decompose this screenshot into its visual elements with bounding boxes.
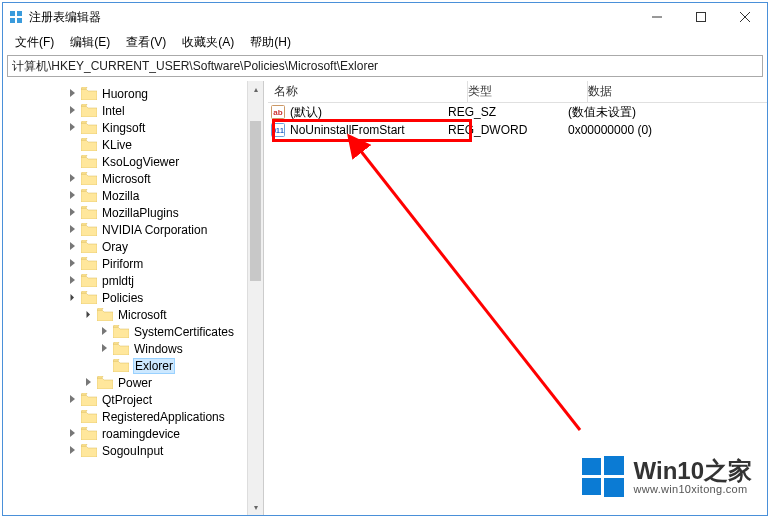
- close-button[interactable]: [723, 3, 767, 31]
- tree-item-label: Mozilla: [101, 189, 140, 203]
- tree-item-label: MozillaPlugins: [101, 206, 180, 220]
- tree-item[interactable]: SystemCertificates: [3, 323, 263, 340]
- titlebar[interactable]: 注册表编辑器: [3, 3, 767, 31]
- expand-icon[interactable]: [67, 445, 79, 457]
- tree-item[interactable]: Huorong: [3, 85, 263, 102]
- folder-icon: [81, 427, 97, 440]
- expand-icon[interactable]: [67, 224, 79, 236]
- window-controls: [635, 3, 767, 31]
- tree-item[interactable]: QtProject: [3, 391, 263, 408]
- folder-icon: [81, 274, 97, 287]
- watermark: Win10之家 www.win10xitong.com: [580, 454, 752, 500]
- tree-item[interactable]: Exlorer: [3, 357, 263, 374]
- tree-item-label: RegisteredApplications: [101, 410, 226, 424]
- scrollbar-vertical[interactable]: ▴ ▾: [247, 81, 263, 515]
- tree-item-label: NVIDIA Corporation: [101, 223, 208, 237]
- expand-icon[interactable]: [67, 122, 79, 134]
- tree-item[interactable]: KLive: [3, 136, 263, 153]
- svg-rect-0: [10, 11, 15, 16]
- expand-icon[interactable]: [67, 207, 79, 219]
- tree-item[interactable]: KsoLogViewer: [3, 153, 263, 170]
- expand-icon[interactable]: [99, 326, 111, 338]
- tree-item[interactable]: Kingsoft: [3, 119, 263, 136]
- values-panel[interactable]: 名称 类型 数据 ab(默认)REG_SZ(数值未设置)011NoUninsta…: [268, 81, 767, 515]
- tree-item-label: Policies: [101, 291, 144, 305]
- collapse-icon[interactable]: [83, 309, 95, 321]
- value-row[interactable]: ab(默认)REG_SZ(数值未设置): [268, 103, 767, 121]
- scroll-down-button[interactable]: ▾: [248, 499, 263, 515]
- folder-icon: [81, 189, 97, 202]
- window-frame: 注册表编辑器 文件(F) 编辑(E) 查看(V) 收藏夹(A) 帮助(H) 计算…: [2, 2, 768, 516]
- expand-icon[interactable]: [67, 190, 79, 202]
- minimize-button[interactable]: [635, 3, 679, 31]
- tree-item[interactable]: Oray: [3, 238, 263, 255]
- tree-item[interactable]: Power: [3, 374, 263, 391]
- folder-icon: [81, 172, 97, 185]
- tree-item-label: pmldtj: [101, 274, 135, 288]
- tree-item[interactable]: Mozilla: [3, 187, 263, 204]
- tree-item[interactable]: Microsoft: [3, 306, 263, 323]
- folder-icon: [81, 206, 97, 219]
- tree-item[interactable]: pmldtj: [3, 272, 263, 289]
- svg-rect-14: [604, 456, 624, 475]
- menu-favorites[interactable]: 收藏夹(A): [176, 32, 240, 53]
- tree-item[interactable]: Microsoft: [3, 170, 263, 187]
- expand-icon[interactable]: [99, 343, 111, 355]
- expand-icon[interactable]: [67, 258, 79, 270]
- reg-string-icon: ab: [270, 105, 286, 119]
- tree-item-label: Intel: [101, 104, 126, 118]
- folder-icon: [113, 342, 129, 355]
- tree-item[interactable]: roamingdevice: [3, 425, 263, 442]
- tree-item[interactable]: NVIDIA Corporation: [3, 221, 263, 238]
- maximize-button[interactable]: [679, 3, 723, 31]
- tree-item-label: Piriform: [101, 257, 144, 271]
- expand-icon[interactable]: [67, 173, 79, 185]
- col-header-type[interactable]: 类型: [468, 81, 588, 102]
- svg-rect-16: [604, 478, 624, 497]
- tree-item[interactable]: RegisteredApplications: [3, 408, 263, 425]
- expand-icon[interactable]: [67, 241, 79, 253]
- expand-icon[interactable]: [67, 88, 79, 100]
- tree-item-label: SystemCertificates: [133, 325, 235, 339]
- value-data: (数值未设置): [568, 104, 767, 121]
- scroll-up-button[interactable]: ▴: [248, 81, 263, 97]
- work-area: ▴ ▾ HuorongIntelKingsoftKLiveKsoLogViewe…: [3, 81, 767, 515]
- address-bar[interactable]: 计算机\HKEY_CURRENT_USER\Software\Policies\…: [7, 55, 763, 77]
- svg-rect-5: [697, 13, 706, 22]
- col-header-data[interactable]: 数据: [588, 83, 767, 100]
- svg-rect-1: [17, 11, 22, 16]
- tree-item[interactable]: Intel: [3, 102, 263, 119]
- menu-help[interactable]: 帮助(H): [244, 32, 297, 53]
- tree-item[interactable]: Piriform: [3, 255, 263, 272]
- tree-item-label: Power: [117, 376, 153, 390]
- folder-icon: [81, 444, 97, 457]
- folder-icon: [81, 121, 97, 134]
- tree-item[interactable]: Policies: [3, 289, 263, 306]
- menu-edit[interactable]: 编辑(E): [64, 32, 116, 53]
- tree-item-label: Kingsoft: [101, 121, 146, 135]
- tree-panel[interactable]: ▴ ▾ HuorongIntelKingsoftKLiveKsoLogViewe…: [3, 81, 264, 515]
- watermark-url: www.win10xitong.com: [634, 483, 752, 495]
- tree-item[interactable]: Windows: [3, 340, 263, 357]
- expand-icon[interactable]: [67, 105, 79, 117]
- list-header: 名称 类型 数据: [268, 81, 767, 103]
- tree-item[interactable]: SogouInput: [3, 442, 263, 459]
- expand-icon[interactable]: [67, 394, 79, 406]
- tree-item-label: Exlorer: [133, 358, 175, 374]
- tree-item-label: KsoLogViewer: [101, 155, 180, 169]
- col-header-name[interactable]: 名称: [268, 81, 468, 102]
- value-row[interactable]: 011NoUninstallFromStartREG_DWORD0x000000…: [268, 121, 767, 139]
- expand-icon[interactable]: [83, 377, 95, 389]
- tree-item-label: roamingdevice: [101, 427, 181, 441]
- menu-view[interactable]: 查看(V): [120, 32, 172, 53]
- scroll-thumb[interactable]: [250, 121, 261, 281]
- collapse-icon[interactable]: [67, 292, 79, 304]
- folder-icon: [81, 104, 97, 117]
- expand-icon[interactable]: [67, 275, 79, 287]
- regedit-icon: [9, 10, 23, 24]
- tree-item[interactable]: MozillaPlugins: [3, 204, 263, 221]
- tree-item-label: Microsoft: [101, 172, 152, 186]
- menu-file[interactable]: 文件(F): [9, 32, 60, 53]
- address-text: 计算机\HKEY_CURRENT_USER\Software\Policies\…: [12, 58, 378, 75]
- expand-icon[interactable]: [67, 428, 79, 440]
